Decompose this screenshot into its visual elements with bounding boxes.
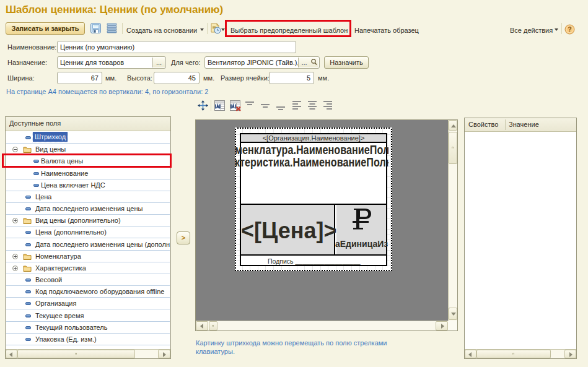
svg-text:?: ? bbox=[568, 26, 571, 33]
